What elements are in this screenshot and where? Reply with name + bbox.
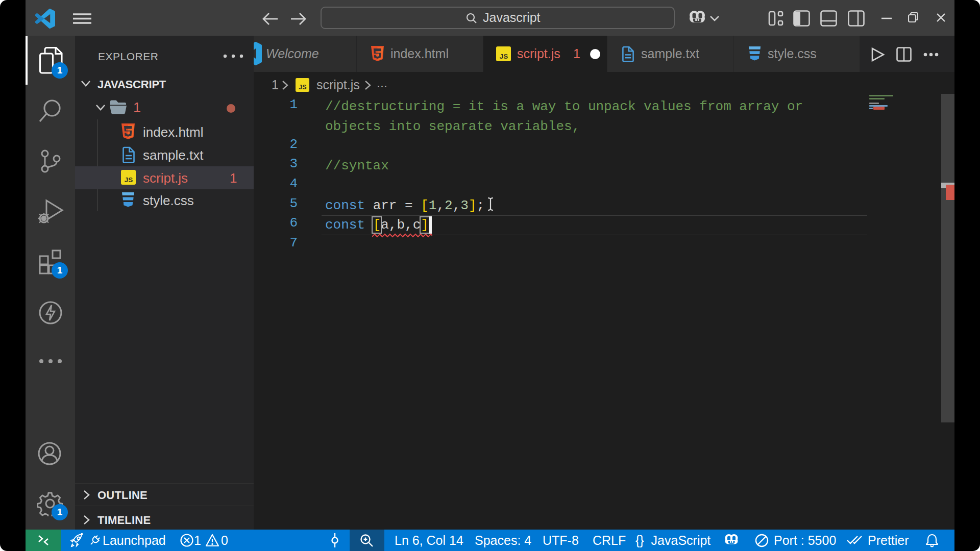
svg-text:JS: JS (500, 53, 508, 60)
svg-text:JS: JS (299, 84, 306, 91)
svg-text:JS: JS (125, 176, 133, 184)
